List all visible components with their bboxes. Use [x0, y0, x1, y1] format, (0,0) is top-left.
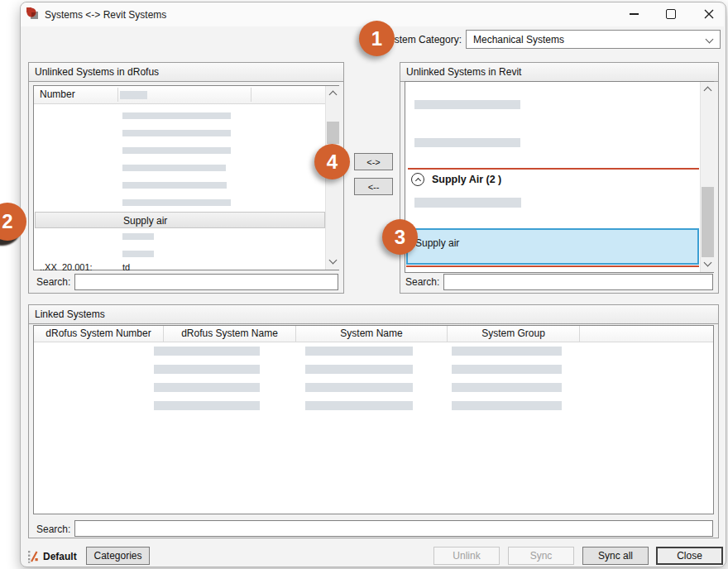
column-divider — [251, 88, 251, 102]
drofus-systems-table: Number Supply air ..XX_20.001: td — [33, 85, 339, 270]
list-item[interactable] — [414, 198, 521, 208]
drofus-app-icon — [26, 7, 39, 20]
drofus-table-header: Number — [34, 86, 338, 104]
column-header-drofus-number: dRofus System Number — [34, 326, 164, 342]
scroll-up-icon[interactable] — [329, 91, 338, 99]
column-divider — [117, 88, 118, 102]
close-icon — [704, 9, 714, 19]
group-collapse-icon[interactable] — [411, 173, 424, 186]
scroll-down-icon[interactable] — [329, 256, 338, 265]
link-arrows-icon: <-> — [366, 157, 381, 167]
linked-search-label: Search: — [36, 524, 70, 535]
callout-badge-3: 3 — [382, 219, 418, 255]
revit-search-input[interactable] — [443, 274, 713, 290]
revit-list-scrollbar[interactable] — [700, 82, 715, 272]
callout-badge-1: 1 — [359, 21, 395, 56]
drofus-search-label: Search: — [36, 276, 70, 288]
linked-table-header: dRofus System Number dRofus System Name … — [34, 326, 713, 342]
sync-button[interactable]: Sync — [508, 547, 574, 565]
default-label: Default — [43, 551, 77, 562]
callout-badge-4: 4 — [314, 144, 350, 179]
maximize-button[interactable] — [658, 3, 684, 25]
linked-search-input[interactable] — [74, 520, 713, 537]
table-row[interactable] — [122, 182, 227, 189]
red-separator-line — [408, 168, 699, 170]
column-header-system-group: System Group — [448, 326, 580, 342]
table-row[interactable] — [122, 251, 154, 257]
table-row[interactable] — [122, 112, 231, 119]
selected-row-label: Supply air — [123, 215, 167, 227]
table-row[interactable] — [122, 130, 231, 136]
group-header-supply-air[interactable]: Supply Air (2 ) — [432, 174, 501, 185]
revit-search-label: Search: — [405, 276, 439, 288]
system-category-value: Mechanical Systems — [473, 34, 564, 45]
column-header-drofus-name: dRofus System Name — [164, 326, 296, 342]
column-header-system-name: System Name — [296, 326, 448, 342]
list-item[interactable] — [414, 100, 520, 109]
scrollbar-thumb[interactable] — [702, 187, 714, 257]
minimize-button[interactable] — [620, 3, 647, 25]
move-left-button[interactable]: <-- — [354, 178, 393, 195]
close-dialog-button[interactable]: Close — [656, 547, 723, 565]
system-category-select[interactable]: Mechanical Systems — [466, 30, 721, 49]
scroll-up-icon[interactable] — [704, 87, 712, 95]
panel-unlinked-drofus-title: Unlinked Systems in dRofus — [29, 63, 343, 82]
drofus-search-input[interactable] — [74, 274, 338, 290]
scroll-down-icon[interactable] — [704, 259, 712, 267]
unlink-button[interactable]: Unlink — [433, 547, 500, 565]
clipped-row-name: td — [122, 262, 130, 270]
scrollbar-thumb[interactable] — [327, 122, 339, 144]
clipped-table-row[interactable]: ..XX_20.001: td — [34, 262, 323, 270]
clipped-row-number: ..XX_20.001: — [40, 262, 93, 270]
linked-systems-table: dRofus System Number dRofus System Name … — [33, 325, 714, 514]
maximize-icon — [666, 9, 676, 19]
left-arrow-icon: <-- — [368, 182, 380, 192]
link-systems-button[interactable]: <-> — [354, 153, 393, 170]
table-row[interactable] — [122, 199, 231, 206]
revit-systems-list: Supply Air (2 ) Supply air — [405, 81, 714, 273]
panel-unlinked-revit-title: Unlinked Systems in Revit — [400, 63, 718, 82]
red-separator-line — [406, 265, 699, 267]
table-row[interactable] — [122, 165, 226, 171]
redacted-column-header — [120, 91, 147, 99]
screen: Systems <-> Revit Systems System Categor… — [0, 0, 728, 569]
table-row[interactable] — [122, 233, 154, 240]
column-header-number: Number — [40, 88, 75, 100]
selected-row-supply-air[interactable]: Supply air — [35, 212, 325, 228]
window-title: Systems <-> Revit Systems — [45, 9, 166, 21]
selected-item-label: Supply air — [415, 237, 459, 249]
close-button[interactable] — [696, 3, 722, 25]
column-header-empty — [580, 326, 713, 342]
selected-item-supply-air[interactable]: Supply air — [406, 228, 699, 265]
panel-linked-systems-title: Linked Systems — [29, 305, 718, 324]
list-item[interactable] — [414, 138, 520, 147]
chevron-down-icon — [706, 36, 714, 44]
minimize-icon — [630, 13, 639, 15]
default-layout-icon — [27, 550, 39, 563]
table-row[interactable] — [122, 147, 231, 154]
sync-all-button[interactable]: Sync all — [582, 547, 649, 565]
categories-button[interactable]: Categories — [86, 547, 150, 565]
